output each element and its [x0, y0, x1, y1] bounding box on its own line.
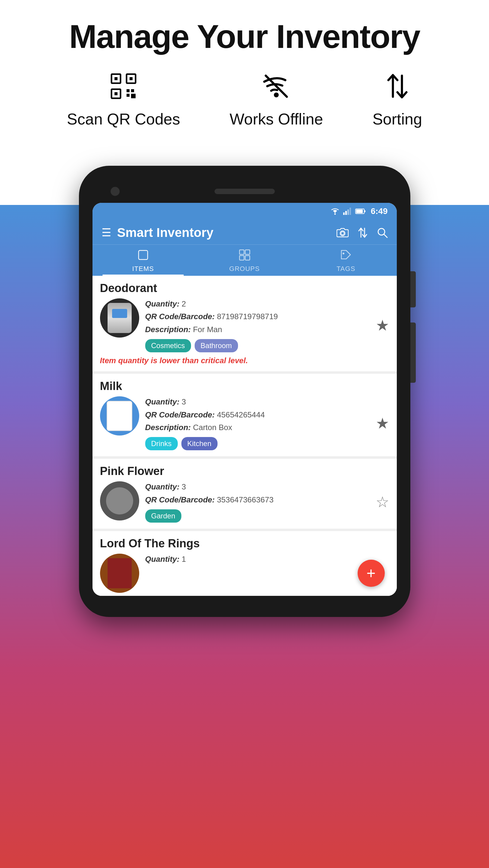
- item-deodorant[interactable]: Deodorant Quantity: 2 QR Code/Barcode: 8…: [93, 276, 397, 371]
- scan-qr-label: Scan QR Codes: [67, 110, 180, 128]
- feature-offline: Works Offline: [230, 73, 323, 128]
- item-deodorant-details: Quantity: 2 QR Code/Barcode: 87198719798…: [145, 299, 370, 352]
- item-deodorant-title: Deodorant: [100, 282, 389, 295]
- item-milk-desc: Description: Carton Box: [145, 422, 370, 433]
- item-lord-rings-details: Quantity: 1: [145, 554, 389, 566]
- item-lord-rings[interactable]: Lord Of The Rings Quantity: 1: [93, 531, 397, 596]
- fab-plus-icon: +: [366, 564, 376, 582]
- qr-code-icon: [110, 73, 137, 104]
- tag-garden[interactable]: Garden: [145, 509, 182, 523]
- sort-header-icon[interactable]: [358, 227, 368, 238]
- svg-rect-3: [130, 77, 133, 80]
- item-pink-flower-body: Quantity: 3 QR Code/Barcode: 35364736636…: [100, 481, 389, 523]
- works-offline-label: Works Offline: [230, 110, 323, 128]
- item-milk-tags: Drinks Kitchen: [145, 437, 370, 450]
- feature-sorting: Sorting: [372, 73, 422, 128]
- svg-rect-9: [131, 94, 136, 98]
- svg-rect-15: [345, 211, 347, 215]
- svg-rect-29: [245, 250, 250, 254]
- item-pink-flower-tags: Garden: [145, 509, 370, 523]
- svg-point-10: [274, 93, 279, 97]
- item-lord-rings-title: Lord Of The Rings: [100, 537, 389, 550]
- menu-icon[interactable]: ☰: [101, 227, 111, 238]
- item-milk-details: Quantity: 3 QR Code/Barcode: 45654265444…: [145, 396, 370, 450]
- search-icon[interactable]: [377, 227, 388, 238]
- item-lord-rings-body: Quantity: 1: [100, 554, 389, 593]
- item-pink-flower-details: Quantity: 3 QR Code/Barcode: 35364736636…: [145, 481, 370, 523]
- item-deodorant-tags: Cosmetics Bathroom: [145, 339, 370, 352]
- app-title: Smart Inventory: [117, 225, 214, 240]
- svg-point-32: [343, 253, 345, 254]
- tab-groups[interactable]: GROUPS: [194, 245, 295, 276]
- wifi-off-icon: [263, 73, 290, 104]
- svg-rect-1: [115, 77, 118, 80]
- camera-icon[interactable]: [336, 227, 349, 238]
- phone-power-button: [410, 271, 416, 307]
- phone-mockup: 6:49 ☰ Smart Inventory: [79, 166, 410, 617]
- tag-drinks[interactable]: Drinks: [145, 437, 178, 450]
- tag-kitchen[interactable]: Kitchen: [182, 437, 218, 450]
- tab-items[interactable]: ITEMS: [93, 245, 194, 276]
- tab-items-icon: [137, 249, 149, 264]
- main-title: Manage Your Inventory: [12, 18, 477, 55]
- item-deodorant-body: Quantity: 2 QR Code/Barcode: 87198719798…: [100, 299, 389, 352]
- svg-rect-20: [356, 210, 363, 213]
- app-header: ☰ Smart Inventory: [93, 219, 397, 244]
- item-milk-body: Quantity: 3 QR Code/Barcode: 45654265444…: [100, 396, 389, 450]
- svg-rect-19: [364, 210, 365, 212]
- status-bar: 6:49: [93, 203, 397, 219]
- tab-tags-label: TAGS: [336, 265, 355, 273]
- tab-bar: ITEMS GROUPS: [93, 244, 397, 276]
- svg-rect-16: [348, 210, 349, 215]
- svg-line-26: [384, 234, 387, 238]
- fab-add-button[interactable]: +: [358, 560, 385, 587]
- item-lord-rings-image: [100, 554, 139, 593]
- svg-rect-7: [131, 89, 134, 92]
- svg-rect-30: [239, 255, 244, 260]
- svg-rect-5: [115, 92, 118, 95]
- item-pink-flower[interactable]: Pink Flower Quantity: 3 QR Code/Barcode:…: [93, 459, 397, 529]
- feature-scan-qr: Scan QR Codes: [67, 73, 180, 128]
- status-time: 6:49: [370, 207, 388, 216]
- phone-volume-button: [410, 322, 416, 383]
- item-lord-rings-quantity: Quantity: 1: [145, 554, 389, 564]
- item-deodorant-star[interactable]: ★: [376, 317, 389, 334]
- svg-rect-6: [127, 89, 130, 92]
- item-deodorant-qr: QR Code/Barcode: 87198719798719: [145, 311, 370, 322]
- tab-tags-icon: [340, 249, 352, 264]
- item-milk-quantity: Quantity: 3: [145, 396, 370, 407]
- header-right: [336, 227, 388, 238]
- item-pink-flower-qr: QR Code/Barcode: 3536473663673: [145, 494, 370, 505]
- phone-speaker: [215, 189, 275, 194]
- sorting-label: Sorting: [372, 110, 422, 128]
- item-deodorant-warning: Item quantity is lower than critical lev…: [100, 356, 389, 365]
- item-milk-qr: QR Code/Barcode: 45654265444: [145, 409, 370, 420]
- item-deodorant-quantity: Quantity: 2: [145, 299, 370, 309]
- sort-icon: [384, 73, 411, 104]
- item-deodorant-image: [100, 299, 139, 338]
- status-icons: [330, 208, 366, 215]
- svg-point-22: [341, 232, 344, 235]
- item-pink-flower-image: [100, 481, 139, 521]
- phone-camera: [110, 187, 120, 196]
- svg-rect-17: [350, 208, 351, 215]
- svg-rect-28: [239, 250, 244, 254]
- item-milk-image: [100, 396, 139, 435]
- item-milk-star[interactable]: ★: [376, 415, 389, 432]
- item-pink-flower-quantity: Quantity: 3: [145, 481, 370, 492]
- tab-groups-label: GROUPS: [229, 265, 260, 273]
- svg-rect-27: [139, 250, 148, 259]
- tab-tags[interactable]: TAGS: [295, 245, 397, 276]
- item-pink-flower-star[interactable]: ☆: [376, 493, 389, 511]
- tag-cosmetics[interactable]: Cosmetics: [145, 339, 191, 352]
- svg-rect-31: [245, 255, 250, 260]
- svg-point-13: [334, 213, 336, 215]
- item-milk[interactable]: Milk Quantity: 3 QR Code/Barcode: 456542…: [93, 374, 397, 456]
- svg-rect-8: [127, 94, 130, 97]
- tag-bathroom[interactable]: Bathroom: [195, 339, 238, 352]
- item-milk-title: Milk: [100, 380, 389, 393]
- inventory-list: Deodorant Quantity: 2 QR Code/Barcode: 8…: [93, 276, 397, 596]
- item-pink-flower-title: Pink Flower: [100, 465, 389, 478]
- tab-items-label: ITEMS: [132, 265, 154, 273]
- tab-groups-icon: [239, 249, 250, 264]
